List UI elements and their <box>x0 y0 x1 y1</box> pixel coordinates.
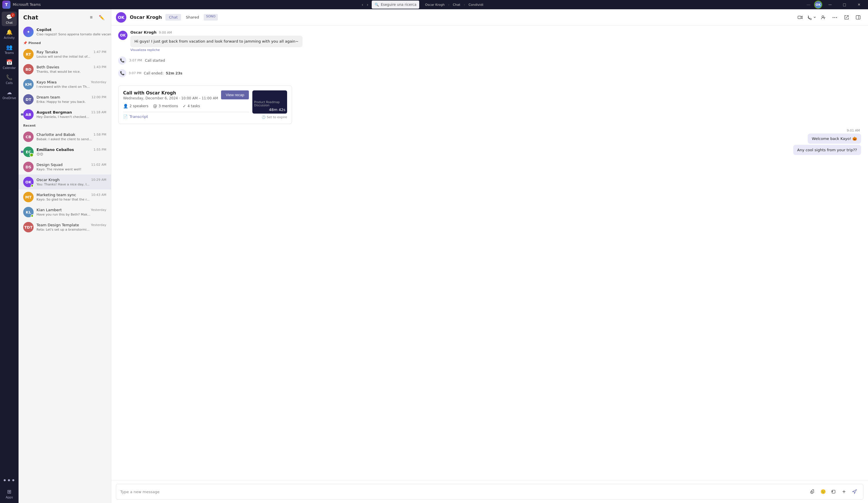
chat-preview-charlotte-babak: Babak: I asked the client to send... <box>37 137 92 141</box>
chat-info-ray-tanaka: Ray Tanaka 1:47 PM Louisa will send the … <box>37 50 106 59</box>
chat-item-team-design-template[interactable]: TDT Team Design Template Yesterday Reta:… <box>19 219 111 235</box>
mentions-icon: @ <box>153 104 157 109</box>
transcript-link[interactable]: 📄 Transcript <box>123 114 249 119</box>
call-ended-event: 📞 3:07 PM Call ended: 52m 23s <box>118 68 434 79</box>
transcript-icon: 📄 <box>123 114 128 119</box>
view-recap-button[interactable]: View recap <box>221 90 249 99</box>
chat-time-charlotte-babak: 1:58 PM <box>94 133 106 136</box>
thumb-title: Product Roadmap Discussion <box>254 101 286 107</box>
avatar-marketing-sync: MT <box>23 192 34 202</box>
chat-item-dream-team[interactable]: DT Dream team 12:00 PM Erika: Happy to h… <box>19 92 111 107</box>
online-status-ec <box>31 154 34 157</box>
chat-item-kayo-miwa[interactable]: KM Kayo Miwa Yesterday I reviewed with t… <box>19 77 111 92</box>
chat-preview-emiliano-ceballos: 😊😊 <box>37 152 43 156</box>
chat-preview-august-bergman: Hey Daniela, I haven't checked... <box>37 115 89 119</box>
sidebar-item-calendar[interactable]: 📅 Calendar <box>2 57 17 71</box>
nav-breadcrumb-name: Oscar Krogh <box>425 3 434 7</box>
copilot-name: Copilot <box>37 28 52 32</box>
title-bar: T Microsoft Teams ‹ › 🔍 Eseguire una ric… <box>0 0 434 9</box>
chat-time-team-design-template: Yesterday <box>91 223 106 227</box>
chat-item-emiliano-ceballos[interactable]: EC Emiliano Ceballos 1:55 PM 😊😊 <box>19 144 111 160</box>
chat-preview-oscar-krogh: You: Thanks! Have a nice day, I... <box>37 183 90 186</box>
calls-nav-label: Calls <box>6 81 13 85</box>
chat-item-beth-davies[interactable]: BD Beth Davies 1:43 PM Thanks, that woul… <box>19 62 111 77</box>
nav-back-icon[interactable]: ‹ <box>362 2 363 7</box>
call-end-text: Call ended: <box>144 71 163 75</box>
chat-info-kian-lambert: Kian Lambert Yesterday Have you run this… <box>37 208 106 216</box>
chat-name-emiliano-ceballos: Emiliano Ceballos <box>37 147 74 152</box>
chat-preview-beth-davies: Thanks, that would be nice. <box>37 70 81 74</box>
expire-notice: 🕐 Set to expire <box>262 115 287 119</box>
unread-indicator-ec <box>21 151 23 153</box>
chat-name-team-design-template: Team Design Template <box>37 223 79 227</box>
pin-icon: 📌 <box>23 41 27 45</box>
sono-badge[interactable]: SONO <box>204 14 218 21</box>
online-status-ok <box>31 184 34 187</box>
nav-rail: 💬 Chat 2 🔔 Activity 👥 Teams 📅 Calendar 📞… <box>0 9 19 252</box>
chat-item-charlotte-babak[interactable]: CB Charlotte and Babak 1:58 PM Babak: I … <box>19 129 111 144</box>
title-bar-left: T Microsoft Teams <box>2 1 41 9</box>
title-bar-nav: ‹ › 🔍 Eseguire una ricerca Oscar Krogh ›… <box>362 1 434 9</box>
activity-nav-label: Activity <box>4 36 14 39</box>
chat-item-august-bergman[interactable]: AB August Bergman 11:18 AM Hey Daniela, … <box>19 107 111 122</box>
global-search-bar[interactable]: 🔍 Eseguire una ricerca <box>372 1 419 9</box>
chat-preview-kian-lambert: Have you run this by Beth? Mak... <box>37 213 90 216</box>
chat-info-august-bergman: August Bergman 11:18 AM Hey Daniela, I h… <box>37 110 106 119</box>
call-recap-card: Call with Oscar Krogh Wednesday, Decembe… <box>118 85 292 124</box>
chat-info-emiliano-ceballos: Emiliano Ceballos 1:55 PM 😊😊 <box>37 147 106 156</box>
copilot-chat-item[interactable]: ✦ Copilot Ciao ragazzi! Sono appena torn… <box>19 24 111 39</box>
chat-item-design-squad[interactable]: DS Design Squad 11:02 AM Kayo: The revie… <box>19 160 111 174</box>
chat-info-team-design-template: Team Design Template Yesterday Reta: Let… <box>37 223 106 232</box>
speakers-icon: 👤 <box>123 104 128 109</box>
tasks-icon: ✓ <box>183 104 186 109</box>
chat-name-ray-tanaka: Ray Tanaka <box>37 50 58 54</box>
call-end-icon: 📞 <box>118 69 126 78</box>
tasks-count: 4 tasks <box>187 104 200 108</box>
chat-info-design-squad: Design Squad 11:02 AM Kayo: The review w… <box>37 163 106 171</box>
chat-info-kayo-miwa: Kayo Miwa Yesterday I reviewed with the … <box>37 80 106 89</box>
new-chat-button[interactable]: ✏️ <box>97 13 106 22</box>
chat-preview-dream-team: Erika: Happy to hear you back. <box>37 100 86 104</box>
filter-button[interactable]: ≡ <box>86 13 96 22</box>
copilot-info: Copilot Ciao ragazzi! Sono appena tornat… <box>37 28 106 36</box>
avatar-august-bergman: AB <box>23 109 34 120</box>
chat-item-kian-lambert[interactable]: KL Kian Lambert Yesterday Have you run t… <box>19 205 111 219</box>
chat-name-beth-davies: Beth Davies <box>37 65 59 69</box>
view-reactions-link[interactable]: Visualizza repliche <box>131 48 160 52</box>
nav-forward-icon[interactable]: › <box>367 2 369 7</box>
sidebar-item-calls[interactable]: 📞 Calls <box>2 72 17 86</box>
app-name: Microsoft Teams <box>13 3 41 7</box>
chat-time-ray-tanaka: 1:47 PM <box>94 50 106 54</box>
call-recap-thumbnail: Product Roadmap Discussion 48m 42s <box>252 90 287 114</box>
sidebar-item-teams[interactable]: 👥 Teams <box>2 42 17 56</box>
sidebar-header: Chat ≡ ✏️ <box>19 9 111 24</box>
teams-logo-icon: T <box>2 1 10 9</box>
call-end-time: 3:07 PM <box>128 71 141 75</box>
expire-icon: 🕐 <box>262 115 266 119</box>
sidebar-title: Chat <box>23 14 38 21</box>
chat-time-dream-team: 12:00 PM <box>92 95 106 99</box>
avatar-kian-lambert: KL <box>23 207 34 217</box>
sidebar-item-activity[interactable]: 🔔 Activity <box>2 27 17 41</box>
call-recap-title: Call with Oscar Krogh <box>123 90 218 96</box>
calendar-nav-icon: 📅 <box>6 59 13 65</box>
onedrive-nav-label: OneDrive <box>2 96 16 100</box>
call-recap-left: Call with Oscar Krogh Wednesday, Decembe… <box>123 90 249 119</box>
chat-nav-label: Chat <box>6 21 12 24</box>
chat-item-marketing-sync[interactable]: MT Marketing team sync 10:43 AM Kayo: So… <box>19 189 111 205</box>
speakers-stat: 👤 2 speakers <box>123 104 148 109</box>
msg-header-oscar: Oscar Krogh 9:00 AM <box>131 30 302 34</box>
tab-chat[interactable]: Chat <box>165 14 181 21</box>
chat-item-oscar-krogh[interactable]: OK Oscar Krogh 10:29 AM You: Thanks! Hav… <box>19 174 111 189</box>
transcript-label[interactable]: Transcript <box>130 114 148 119</box>
chat-info-dream-team: Dream team 12:00 PM Erika: Happy to hear… <box>37 95 106 104</box>
chat-item-ray-tanaka[interactable]: RT Ray Tanaka 1:47 PM Louisa will send t… <box>19 47 111 62</box>
tab-shared[interactable]: Shared <box>182 14 203 21</box>
chat-preview-marketing-sync: Kayo: So glad to hear that the r... <box>37 198 90 202</box>
chat-sidebar: Chat ≡ ✏️ ✦ Copilot Ciao ragazzi! Sono a… <box>19 9 111 252</box>
sidebar-item-onedrive[interactable]: ☁️ OneDrive <box>2 87 17 101</box>
msg-time-oscar: 9:00 AM <box>159 31 172 34</box>
sidebar-item-chat[interactable]: 💬 Chat 2 <box>2 12 17 26</box>
call-recap-header: Call with Oscar Krogh Wednesday, Decembe… <box>123 90 249 100</box>
chat-name-design-squad: Design Squad <box>37 163 63 167</box>
